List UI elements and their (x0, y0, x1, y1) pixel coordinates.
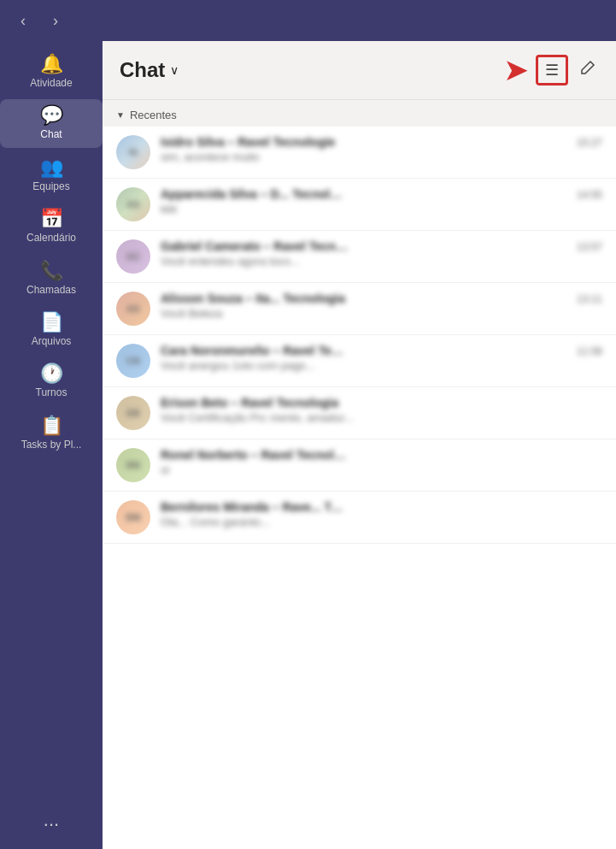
avatar: AS (116, 292, 150, 326)
chat-top-row: Gabriel Camerato – Ravel Tecno... 13:57 (161, 239, 602, 253)
chat-name: Ronel Norberto – Ravel Tecnolo... (161, 448, 349, 462)
chat-icon: 💬 (40, 106, 63, 125)
chat-time: 13:57 (577, 241, 602, 253)
chat-top-row: Alisson Souza – Ita... Tecnologia 13:11 (161, 292, 602, 305)
chat-preview: Você Beleza (161, 307, 602, 320)
chat-preview: kkk (161, 203, 602, 215)
chat-time: 14:55 (577, 189, 602, 201)
chat-top-row: Erison Beto – Ravel Tecnologia (161, 396, 602, 410)
edit-icon (578, 60, 595, 77)
sidebar-item-label: Equipes (32, 180, 69, 192)
sidebar-item-label: Arquivos (32, 335, 72, 347)
chat-item[interactable]: CN Cara Noronmureño – Ravel Tecn... 11:5… (103, 335, 616, 387)
chat-content: Isidro Silva – Ravel Tecnologie 15:27 si… (161, 135, 602, 163)
sidebar-item-calendario[interactable]: 📅 Calendário (0, 203, 103, 251)
avatar: RN (116, 448, 150, 482)
chat-content: Erison Beto – Ravel Tecnologia Você Cert… (161, 396, 602, 424)
chat-item[interactable]: AS Apparecida Silva – D... Tecnologi... … (103, 179, 616, 231)
atividade-icon: 🔔 (40, 55, 63, 74)
sidebar-item-atividade[interactable]: 🔔 Atividade (0, 48, 103, 96)
chat-name: Gabriel Camerato – Ravel Tecno... (161, 239, 349, 253)
sidebar-item-label: Tasks by Pl... (21, 439, 82, 451)
equipes-icon: 👥 (40, 158, 63, 177)
arquivos-icon: 📄 (40, 313, 63, 332)
chat-preview: Você anergou 1oto com pago... (161, 359, 602, 372)
red-arrow-icon: ➤ (503, 55, 529, 85)
chat-item[interactable]: IS Isidro Silva – Ravel Tecnologie 15:27… (103, 127, 616, 179)
forward-button[interactable]: › (46, 9, 65, 33)
chat-preview: Você Certificação Prc mento, amadur... (161, 411, 602, 424)
chat-name: Erison Beto – Ravel Tecnologia (161, 396, 338, 410)
sidebar-item-turnos[interactable]: 🕐 Turnos (0, 357, 103, 405)
sidebar-item-arquivos[interactable]: 📄 Arquivos (0, 306, 103, 354)
sidebar-item-label: Chamadas (26, 284, 76, 296)
calendario-icon: 📅 (40, 209, 63, 228)
chat-time: 15:27 (577, 137, 602, 149)
avatar: GC (116, 239, 150, 274)
filter-button[interactable]: ☰ (536, 55, 568, 85)
chat-header: Chat ∨ ➤ ☰ (103, 41, 616, 100)
chat-item[interactable]: GC Gabriel Camerato – Ravel Tecno... 13:… (103, 231, 616, 283)
chat-content: Bernilores Miranda – Rave... Tec... Ola.… (161, 500, 602, 528)
chat-title: Chat (120, 58, 165, 82)
tasks-icon: 📋 (40, 416, 63, 435)
chat-name: Alisson Souza – Ita... Tecnologia (161, 292, 345, 305)
header-actions: ➤ ☰ (503, 55, 599, 85)
chat-top-row: Bernilores Miranda – Rave... Tec... (161, 500, 602, 514)
chat-content: Alisson Souza – Ita... Tecnologia 13:11 … (161, 292, 602, 320)
chat-top-row: Cara Noronmureño – Ravel Tecn... 11:58 (161, 344, 602, 357)
chat-top-row: Ronel Norberto – Ravel Tecnolo... (161, 448, 602, 462)
section-label: Recentes (130, 109, 177, 121)
chat-name: Apparecida Silva – D... Tecnologi... (161, 187, 349, 201)
chat-preview: oi (161, 463, 602, 476)
chat-name: Cara Noronmureño – Ravel Tecn... (161, 344, 349, 357)
chat-time: 11:58 (577, 345, 602, 357)
chevron-down-icon[interactable]: ∨ (170, 63, 179, 77)
sidebar-item-chat[interactable]: 💬 Chat (0, 99, 103, 147)
sidebar: 🔔 Atividade 💬 Chat 👥 Equipes 📅 Calendári… (0, 41, 103, 849)
chat-preview: sim, acontece muito (161, 150, 602, 163)
chat-content: Cara Noronmureño – Ravel Tecn... 11:58 V… (161, 344, 602, 372)
new-chat-button[interactable] (575, 56, 599, 85)
collapse-icon: ▼ (116, 110, 125, 120)
avatar: IS (116, 135, 150, 169)
main-layout: 🔔 Atividade 💬 Chat 👥 Equipes 📅 Calendári… (0, 41, 616, 849)
sidebar-item-label: Chat (40, 128, 62, 140)
chamadas-icon: 📞 (40, 262, 63, 280)
chat-item[interactable]: EB Erison Beto – Ravel Tecnologia Você C… (103, 387, 616, 439)
chat-panel: Chat ∨ ➤ ☰ ▼ Recentes (103, 41, 616, 849)
avatar: BM (116, 500, 150, 534)
sidebar-item-label: Turnos (36, 386, 67, 398)
chat-preview: Ola... Como garanto... (161, 516, 602, 528)
sidebar-item-tasks[interactable]: 📋 Tasks by Pl... (0, 410, 103, 457)
sidebar-item-equipes[interactable]: 👥 Equipes (0, 151, 103, 199)
chat-content: Gabriel Camerato – Ravel Tecno... 13:57 … (161, 239, 602, 268)
chat-name: Bernilores Miranda – Rave... Tec... (161, 500, 349, 514)
turnos-icon: 🕐 (40, 364, 63, 383)
avatar: AS (116, 187, 150, 221)
section-header-recentes: ▼ Recentes (103, 100, 616, 127)
chat-preview: Você entendeu agora toco... (161, 255, 602, 268)
top-bar: ‹ › (0, 0, 616, 41)
sidebar-more-button[interactable]: ··· (44, 813, 59, 835)
chat-top-row: Isidro Silva – Ravel Tecnologie 15:27 (161, 135, 602, 149)
avatar: CN (116, 344, 150, 378)
filter-icon: ☰ (545, 61, 559, 80)
chat-name: Isidro Silva – Ravel Tecnologie (161, 135, 335, 149)
chat-time: 13:11 (577, 293, 602, 305)
chat-top-row: Apparecida Silva – D... Tecnologi... 14:… (161, 187, 602, 201)
avatar: EB (116, 396, 150, 430)
sidebar-item-chamadas[interactable]: 📞 Chamadas (0, 255, 103, 303)
sidebar-item-label: Calendário (26, 232, 76, 244)
chat-title-area: Chat ∨ (120, 58, 179, 82)
chat-content: Apparecida Silva – D... Tecnologi... 14:… (161, 187, 602, 215)
chat-item[interactable]: RN Ronel Norberto – Ravel Tecnolo... oi (103, 439, 616, 492)
back-button[interactable]: ‹ (14, 9, 32, 33)
sidebar-item-label: Atividade (30, 77, 72, 89)
chat-content: Ronel Norberto – Ravel Tecnolo... oi (161, 448, 602, 476)
chat-list: ▼ Recentes IS Isidro Silva – Ravel Tecno… (103, 100, 616, 849)
chat-item[interactable]: BM Bernilores Miranda – Rave... Tec... O… (103, 492, 616, 544)
chat-item[interactable]: AS Alisson Souza – Ita... Tecnologia 13:… (103, 283, 616, 335)
